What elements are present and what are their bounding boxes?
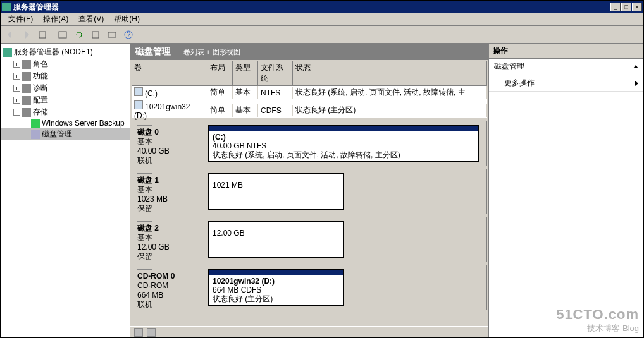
storage-icon [22,108,31,117]
disk-meta: CD-ROM 0 CD-ROM 664 MB 联机 [132,265,208,310]
disk-graphics[interactable]: 磁盘 0 基本 40.00 GB 联机 (C:) 40.00 GB NTFS 状… [130,119,488,326]
partition-stripe [209,270,343,275]
volume-row[interactable]: 10201gwin32 (D:) 简单 基本 CDFS 状态良好 (主分区) [132,99,487,121]
app-window: 服务器管理器 _ □ × 文件(F) 操作(A) 查看(V) 帮助(H) ? 服… [0,0,644,338]
collapse-icon[interactable] [633,65,638,68]
partition[interactable]: 1021 MB [208,173,344,210]
disk-meta: 磁盘 2 基本 12.00 GB 保留 [132,217,208,262]
toolbar-btn-2[interactable] [56,28,70,42]
nav-fwd-button[interactable] [20,28,34,42]
window-title: 服务器管理器 [13,2,610,13]
expand-icon[interactable]: + [13,85,20,92]
tree-storage[interactable]: -存储 [1,106,130,118]
nav-tree[interactable]: 服务器管理器 (NODE1) +角色 +功能 +诊断 +配置 -存储 Windo… [1,44,130,337]
partition[interactable]: 10201gwin32 (D:) 664 MB CDFS 状态良好 (主分区) [208,269,344,306]
svg-marker-1 [25,31,29,39]
volume-list[interactable]: 卷 布局 类型 文件系统 状态 (C:) 简单 基本 NTFS 状态良好 (系统… [132,61,487,118]
role-icon [22,60,31,69]
tree-features[interactable]: +功能 [1,70,130,82]
nav-back-button[interactable] [3,28,17,42]
tree-diagnostic[interactable]: +诊断 [1,82,130,94]
svg-text:?: ? [127,30,131,39]
actions-more[interactable]: 更多操作 [489,75,643,92]
disk-icon [137,173,152,174]
tree-config[interactable]: +配置 [1,94,130,106]
svg-rect-5 [108,32,116,37]
app-icon [2,3,11,11]
disk-meta: 磁盘 1 基本 1023 MB 保留 [132,169,208,214]
menu-bar: 文件(F) 操作(A) 查看(V) 帮助(H) [1,13,643,26]
volume-header: 卷 布局 类型 文件系统 状态 [132,61,487,86]
center-header: 磁盘管理 卷列表 + 图形视图 [130,44,488,60]
menu-view[interactable]: 查看(V) [73,13,109,26]
refresh-button[interactable] [72,28,86,42]
disk-icon [137,221,152,222]
backup-icon [31,119,40,128]
minimize-button[interactable]: _ [610,3,621,11]
chevron-right-icon [635,81,638,86]
disk-meta: 磁盘 0 基本 40.00 GB 联机 [132,121,208,166]
config-icon [22,96,31,105]
tree-backup[interactable]: Windows Server Backup [1,118,130,128]
col-type[interactable]: 类型 [233,61,258,85]
toolbar-btn-4[interactable] [105,28,119,42]
titlebar[interactable]: 服务器管理器 _ □ × [1,1,643,13]
legend-icon [134,328,143,337]
partition-stripe [209,126,478,131]
legend-bar [130,326,488,337]
toolbar-btn-3[interactable] [89,28,102,42]
svg-rect-3 [59,32,66,38]
legend-icon [147,328,156,337]
disk-icon [31,130,40,139]
toolbar-btn-1[interactable] [36,28,50,42]
svg-rect-2 [39,32,46,38]
svg-marker-0 [8,31,11,39]
center-subtitle: 卷列表 + 图形视图 [183,47,240,57]
expand-icon[interactable]: + [13,61,20,68]
col-layout[interactable]: 布局 [207,61,233,85]
expand-icon[interactable]: + [13,97,20,104]
expand-icon[interactable]: + [13,73,20,80]
cd-icon [134,100,143,109]
actions-header: 操作 [489,44,643,59]
actions-pane: 操作 磁盘管理 更多操作 [488,44,643,337]
disk-row[interactable]: 磁盘 0 基本 40.00 GB 联机 (C:) 40.00 GB NTFS 状… [132,121,487,166]
cdrom-icon [137,269,152,270]
center-pane: 磁盘管理 卷列表 + 图形视图 卷 布局 类型 文件系统 状态 (C:) 简单 … [130,44,488,337]
close-button[interactable]: × [632,3,642,11]
collapse-icon[interactable]: - [13,109,20,116]
partition[interactable]: (C:) 40.00 GB NTFS 状态良好 (系统, 启动, 页面文件, 活… [208,125,479,162]
partition[interactable]: 12.00 GB [208,221,344,258]
diag-icon [22,84,31,93]
tree-roles[interactable]: +角色 [1,58,130,70]
menu-action[interactable]: 操作(A) [38,13,73,26]
disk-row[interactable]: CD-ROM 0 CD-ROM 664 MB 联机 10201gwin32 (D… [132,265,487,310]
menu-help[interactable]: 帮助(H) [109,13,145,26]
col-volume[interactable]: 卷 [132,61,207,85]
tree-disk-mgmt[interactable]: 磁盘管理 [1,128,130,140]
tree-root[interactable]: 服务器管理器 (NODE1) [1,46,130,58]
toolbar: ? [1,26,643,44]
disk-row[interactable]: 磁盘 1 基本 1023 MB 保留 1021 MB [132,169,487,214]
menu-file[interactable]: 文件(F) [3,13,38,26]
server-icon [3,48,12,57]
maximize-button[interactable]: □ [621,3,631,11]
feature-icon [22,72,31,81]
actions-section[interactable]: 磁盘管理 [489,59,643,75]
disk-row[interactable]: 磁盘 2 基本 12.00 GB 保留 12.00 GB [132,217,487,262]
disk-icon [137,125,152,126]
drive-icon [134,87,143,96]
col-status[interactable]: 状态 [293,61,487,85]
svg-rect-4 [92,32,99,38]
volume-row[interactable]: (C:) 简单 基本 NTFS 状态良好 (系统, 启动, 页面文件, 活动, … [132,86,487,99]
help-button[interactable]: ? [121,28,135,42]
center-title: 磁盘管理 [135,46,171,57]
col-fs[interactable]: 文件系统 [258,61,293,85]
